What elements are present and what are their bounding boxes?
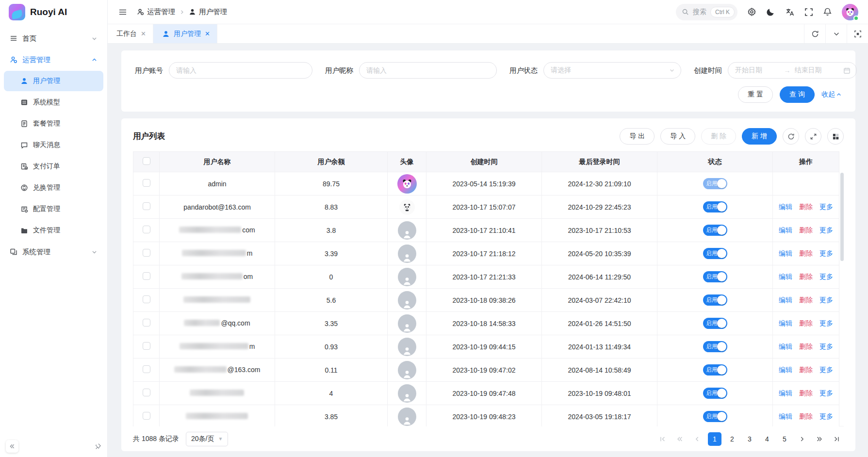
close-icon[interactable]: ✕: [141, 30, 146, 37]
page-fast-backward-button[interactable]: [673, 432, 687, 446]
sidebar-item-user[interactable]: 用户管理: [4, 71, 103, 91]
reset-button[interactable]: 重 置: [738, 86, 773, 103]
edit-link[interactable]: 编辑: [779, 273, 792, 281]
dark-mode-moon-icon[interactable]: [766, 7, 775, 16]
brand[interactable]: Ruoyi AI: [0, 0, 107, 24]
edit-link[interactable]: 编辑: [779, 296, 792, 305]
sidebar-item-folder[interactable]: 文件管理: [4, 220, 103, 241]
search-button[interactable]: 查 询: [780, 86, 815, 103]
page-number-1[interactable]: 1: [708, 432, 721, 446]
row-checkbox[interactable]: [143, 226, 150, 233]
pin-icon[interactable]: [95, 443, 101, 450]
page-number-3[interactable]: 3: [743, 432, 756, 446]
row-checkbox[interactable]: [143, 179, 150, 187]
fullscreen-icon[interactable]: [804, 8, 813, 16]
page-number-4[interactable]: 4: [760, 432, 774, 446]
account-input[interactable]: [169, 62, 312, 79]
page-skip-last-button[interactable]: [830, 432, 844, 446]
delete-link[interactable]: 删除: [799, 389, 813, 398]
status-toggle[interactable]: 启用: [703, 341, 727, 352]
add-button[interactable]: 新 增: [742, 128, 777, 145]
edit-link[interactable]: 编辑: [779, 412, 792, 421]
status-toggle[interactable]: 启用: [703, 225, 727, 236]
status-toggle[interactable]: 启用: [703, 388, 727, 399]
settings-gear-icon[interactable]: [747, 7, 756, 16]
close-icon[interactable]: ✕: [205, 30, 210, 37]
status-toggle[interactable]: 启用: [703, 318, 727, 329]
tabs-refresh-button[interactable]: [804, 24, 825, 43]
sidebar-item-package[interactable]: 套餐管理: [4, 114, 103, 134]
export-button[interactable]: 导 出: [620, 128, 655, 145]
page-number-2[interactable]: 2: [725, 432, 739, 446]
sidebar-item-chat[interactable]: 聊天消息: [4, 135, 103, 155]
row-checkbox[interactable]: [143, 365, 150, 373]
delete-link[interactable]: 删除: [799, 249, 813, 258]
more-link[interactable]: 更多: [819, 203, 833, 212]
table-fullscreen-button[interactable]: [805, 128, 821, 145]
row-checkbox[interactable]: [143, 272, 150, 280]
row-checkbox[interactable]: [143, 319, 150, 326]
edit-link[interactable]: 编辑: [779, 366, 792, 375]
user-avatar[interactable]: [842, 4, 858, 20]
date-range-picker[interactable]: 开始日期 → 结束日期: [728, 62, 857, 79]
more-link[interactable]: 更多: [819, 389, 833, 398]
more-link[interactable]: 更多: [819, 343, 833, 351]
status-toggle[interactable]: 启用: [703, 201, 727, 212]
sidebar-item-system[interactable]: 系统管理: [4, 242, 103, 262]
status-toggle[interactable]: 启用: [703, 178, 727, 189]
menu-toggle-icon[interactable]: [118, 8, 127, 16]
delete-link[interactable]: 删除: [799, 319, 813, 328]
page-fast-forward-button[interactable]: [813, 432, 826, 446]
collapse-filters-link[interactable]: 收起: [821, 90, 842, 99]
status-toggle[interactable]: 启用: [703, 364, 727, 375]
tabs-more-button[interactable]: [825, 24, 847, 43]
sidebar-item-config[interactable]: 配置管理: [4, 199, 103, 219]
delete-link[interactable]: 删除: [799, 203, 813, 212]
edit-link[interactable]: 编辑: [779, 389, 792, 398]
row-checkbox[interactable]: [143, 342, 150, 350]
more-link[interactable]: 更多: [819, 412, 833, 421]
page-number-5[interactable]: 5: [778, 432, 791, 446]
edit-link[interactable]: 编辑: [779, 343, 792, 351]
language-translate-icon[interactable]: [785, 7, 795, 17]
more-link[interactable]: 更多: [819, 249, 833, 258]
row-checkbox[interactable]: [143, 412, 150, 420]
row-checkbox[interactable]: [143, 389, 150, 396]
page-chevron-left-button[interactable]: [690, 432, 704, 446]
notifications-bell-icon[interactable]: [823, 7, 832, 16]
row-checkbox[interactable]: [143, 249, 150, 257]
more-link[interactable]: 更多: [819, 319, 833, 328]
nickname-input[interactable]: [359, 62, 497, 79]
status-toggle[interactable]: 启用: [703, 294, 727, 306]
table-refresh-button[interactable]: [783, 128, 799, 145]
edit-link[interactable]: 编辑: [779, 249, 792, 258]
delete-link[interactable]: 删除: [799, 412, 813, 421]
sidebar-item-model[interactable]: 系统模型: [4, 92, 103, 113]
delete-button[interactable]: 删 除: [701, 128, 736, 145]
more-link[interactable]: 更多: [819, 296, 833, 305]
edit-link[interactable]: 编辑: [779, 319, 792, 328]
more-link[interactable]: 更多: [819, 226, 833, 235]
tab-workbench[interactable]: 工作台✕: [108, 24, 153, 43]
table-scrollbar[interactable]: [840, 173, 844, 261]
edit-link[interactable]: 编辑: [779, 203, 792, 212]
sidebar-item-pay[interactable]: 支付订单: [4, 156, 103, 177]
row-checkbox[interactable]: [143, 202, 150, 210]
page-size-select[interactable]: 20条/页 ▼: [186, 432, 228, 446]
status-toggle[interactable]: 启用: [703, 271, 727, 282]
page-skip-first-button[interactable]: [655, 432, 669, 446]
delete-link[interactable]: 删除: [799, 273, 813, 281]
global-search[interactable]: 搜索 Ctrl K: [676, 4, 737, 20]
sidebar-item-exchange[interactable]: 兑换管理: [4, 178, 103, 198]
column-settings-button[interactable]: [827, 128, 844, 145]
import-button[interactable]: 导 入: [660, 128, 695, 145]
sidebar-item-home[interactable]: 首页: [4, 28, 103, 49]
more-link[interactable]: 更多: [819, 273, 833, 281]
delete-link[interactable]: 删除: [799, 366, 813, 375]
status-toggle[interactable]: 启用: [703, 248, 727, 259]
more-link[interactable]: 更多: [819, 366, 833, 375]
delete-link[interactable]: 删除: [799, 343, 813, 351]
breadcrumb-item-user-management[interactable]: 用户管理: [189, 7, 227, 16]
delete-link[interactable]: 删除: [799, 226, 813, 235]
breadcrumb-item-operations[interactable]: 运营管理: [137, 7, 175, 16]
